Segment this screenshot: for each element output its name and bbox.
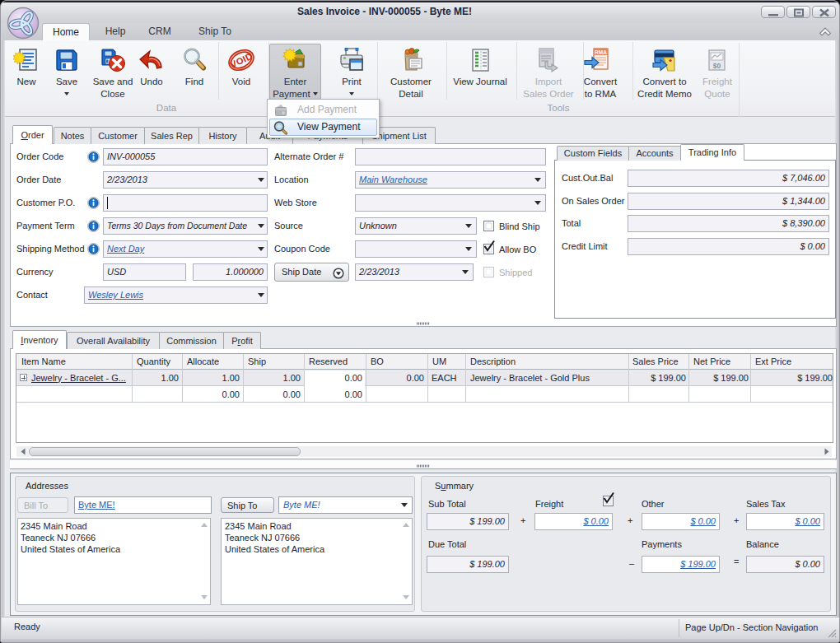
svg-text:VOID: VOID bbox=[229, 51, 254, 70]
svg-text:RMA: RMA bbox=[595, 49, 607, 55]
svg-text:$0: $0 bbox=[713, 62, 721, 70]
